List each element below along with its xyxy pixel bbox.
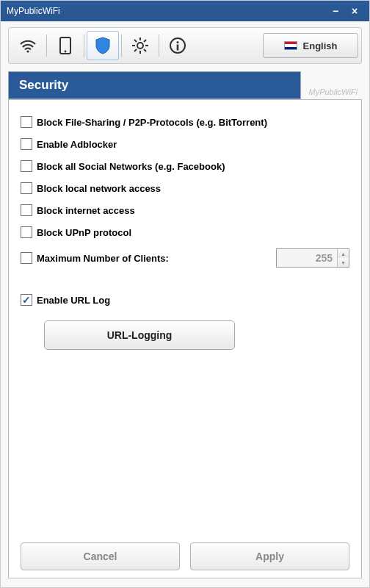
- titlebar: MyPublicWiFi − ×: [1, 1, 369, 21]
- option-enable-url-log: Enable URL Log: [21, 294, 349, 306]
- label-block-internet: Block internet access: [37, 205, 135, 216]
- tab-clients[interactable]: [49, 31, 81, 60]
- tab-info[interactable]: [162, 31, 194, 60]
- checkbox-enable-url-log[interactable]: [21, 294, 32, 306]
- label-block-local: Block local network access: [37, 183, 161, 194]
- option-block-p2p: Block File-Sharing / P2P-Protocols (e.g.…: [21, 116, 349, 128]
- max-clients-stepper[interactable]: 255 ▲ ▼: [276, 248, 349, 268]
- max-clients-value: 255: [277, 249, 337, 267]
- section-header: Security: [8, 71, 301, 99]
- option-max-clients: Maximum Number of Clients: 255 ▲ ▼: [21, 248, 349, 268]
- label-block-p2p: Block File-Sharing / P2P-Protocols (e.g.…: [37, 117, 267, 128]
- divider: [121, 35, 122, 57]
- label-max-clients: Maximum Number of Clients:: [37, 253, 169, 264]
- stepper-up-button[interactable]: ▲: [338, 249, 349, 258]
- label-enable-adblocker: Enable Adblocker: [37, 139, 117, 150]
- tab-settings[interactable]: [124, 31, 156, 60]
- svg-line-10: [134, 49, 137, 51]
- cancel-button[interactable]: Cancel: [21, 542, 180, 570]
- language-button[interactable]: English: [263, 33, 358, 58]
- shield-icon: [95, 37, 111, 54]
- checkbox-block-local[interactable]: [21, 182, 32, 194]
- checkbox-block-p2p[interactable]: [21, 116, 32, 128]
- svg-point-2: [65, 51, 67, 53]
- svg-point-0: [26, 50, 29, 52]
- wifi-icon: [18, 38, 37, 53]
- svg-rect-14: [177, 45, 179, 51]
- label-block-upnp: Block UPnP protocol: [37, 227, 131, 238]
- info-icon: [169, 37, 186, 54]
- minimize-button[interactable]: −: [327, 4, 344, 18]
- option-enable-adblocker: Enable Adblocker: [21, 138, 349, 150]
- content-area: English Security MyPublicWiFi Block File…: [1, 21, 369, 587]
- divider: [84, 35, 84, 57]
- footer-buttons: Cancel Apply: [21, 534, 349, 570]
- app-window: MyPublicWiFi − ×: [0, 0, 370, 588]
- option-block-local: Block local network access: [21, 182, 349, 194]
- svg-line-8: [134, 40, 137, 42]
- option-block-internet: Block internet access: [21, 204, 349, 216]
- checkbox-block-internet[interactable]: [21, 204, 32, 216]
- svg-point-3: [137, 43, 143, 49]
- watermark: MyPublicWiFi: [301, 87, 362, 99]
- window-title: MyPublicWiFi: [7, 6, 325, 16]
- divider: [46, 35, 47, 57]
- apply-button[interactable]: Apply: [190, 542, 349, 570]
- svg-line-9: [144, 49, 146, 51]
- divider: [159, 35, 159, 57]
- checkbox-max-clients[interactable]: [21, 252, 32, 264]
- close-button[interactable]: ×: [346, 4, 363, 18]
- language-label: English: [303, 40, 338, 51]
- option-block-upnp: Block UPnP protocol: [21, 226, 349, 238]
- toolbar: English: [8, 27, 362, 64]
- checkbox-block-social[interactable]: [21, 160, 32, 172]
- checkbox-enable-adblocker[interactable]: [21, 138, 32, 150]
- tab-security[interactable]: [87, 31, 119, 60]
- checkbox-block-upnp[interactable]: [21, 226, 32, 238]
- option-block-social: Block all Social Networks (e.g. Facebook…: [21, 160, 349, 172]
- phone-icon: [59, 37, 71, 54]
- url-logging-button[interactable]: URL-Logging: [44, 320, 235, 350]
- stepper-down-button[interactable]: ▼: [338, 258, 349, 267]
- tab-network[interactable]: [12, 31, 44, 60]
- flag-uk-icon: [284, 41, 297, 50]
- svg-point-13: [177, 41, 179, 43]
- gear-icon: [131, 37, 149, 54]
- label-block-social: Block all Social Networks (e.g. Facebook…: [37, 161, 225, 172]
- svg-line-11: [144, 40, 146, 42]
- security-panel: Block File-Sharing / P2P-Protocols (e.g.…: [8, 99, 362, 578]
- label-enable-url-log: Enable URL Log: [37, 295, 110, 306]
- section-title: Security: [19, 78, 68, 93]
